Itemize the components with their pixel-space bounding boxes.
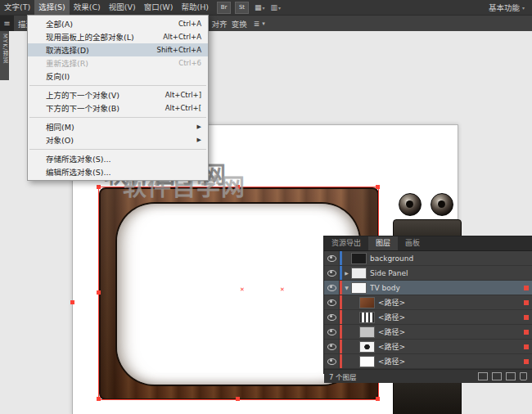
- menu-separator: [29, 149, 206, 150]
- layer-thumbnail: [351, 282, 367, 294]
- layer-thumbnail: [351, 253, 367, 264]
- eye-icon: [327, 314, 336, 321]
- layers-panel-footer: 7 个图层: [324, 369, 532, 383]
- menu-item-reselect: 重新选择(R) Ctrl+6: [28, 56, 208, 70]
- layer-row-path-2[interactable]: <路径>: [324, 310, 532, 325]
- menu-item-same[interactable]: 相同(M) ▶: [28, 120, 208, 133]
- menu-item-select-all[interactable]: 全部(A) Ctrl+A: [28, 17, 208, 30]
- path-thumbnail: [359, 326, 375, 338]
- visibility-toggle[interactable]: [324, 295, 340, 309]
- align-button[interactable]: 对齐: [212, 18, 228, 29]
- menu-separator: [29, 117, 206, 118]
- layer-row-path-3[interactable]: <路径>: [324, 325, 532, 340]
- menu-window[interactable]: 窗口(W): [140, 0, 178, 15]
- selection-indicator[interactable]: [520, 330, 532, 335]
- visibility-toggle[interactable]: [324, 266, 340, 280]
- workspace-switcher[interactable]: 基本功能: [489, 2, 520, 13]
- tab-asset-export[interactable]: 资源导出: [324, 236, 368, 250]
- selection-indicator[interactable]: [520, 286, 532, 290]
- selected-art-icon: [524, 330, 529, 335]
- layer-row-path-5[interactable]: <路径>: [324, 354, 532, 369]
- menu-select[interactable]: 选择(S): [34, 0, 69, 15]
- tv-knob-right[interactable]: [431, 193, 453, 216]
- anchor-point[interactable]: [70, 300, 74, 304]
- chevron-down-icon: ▾: [262, 20, 265, 27]
- layer-row-background[interactable]: background: [324, 251, 532, 266]
- document-tab[interactable]: MYK/预览: [0, 31, 9, 80]
- layer-row-side-panel[interactable]: ▶ Side Panel: [324, 266, 532, 281]
- visibility-toggle[interactable]: [324, 251, 340, 265]
- menu-effect[interactable]: 效果(C): [70, 0, 105, 15]
- layer-row-tv-body[interactable]: ▼ TV body: [324, 281, 532, 295]
- select-dropdown-menu: 全部(A) Ctrl+A 现用画板上的全部对象(L) Alt+Ctrl+A 取消…: [27, 15, 209, 181]
- menu-item-next-object-above[interactable]: 上方的下一个对象(V) Alt+Ctrl+]: [28, 88, 208, 101]
- anchor-point[interactable]: [376, 397, 380, 401]
- tab-layers[interactable]: 图层: [368, 236, 398, 250]
- layer-row-path-4[interactable]: <路径>: [324, 340, 532, 354]
- tab-artboards[interactable]: 画板: [398, 236, 427, 250]
- selected-art-icon: [524, 286, 529, 290]
- path-thumbnail: [359, 356, 375, 367]
- new-sublayer-icon[interactable]: [492, 372, 502, 380]
- delete-layer-icon[interactable]: [520, 372, 527, 380]
- anchor-point[interactable]: [97, 290, 101, 295]
- selection-indicator[interactable]: [520, 344, 532, 349]
- panel-toggle-icon[interactable]: ≡: [0, 16, 14, 31]
- menu-item-inverse[interactable]: 反向(I): [28, 70, 208, 83]
- stock-icon[interactable]: St: [235, 2, 249, 14]
- document-layout-icon[interactable]: ▥ ▾: [271, 3, 282, 11]
- menu-view[interactable]: 视图(V): [105, 0, 140, 15]
- selection-indicator[interactable]: [520, 300, 532, 305]
- anchor-point[interactable]: [97, 185, 101, 189]
- transform-button[interactable]: 变换: [232, 18, 247, 29]
- visibility-toggle[interactable]: [324, 281, 340, 295]
- make-mask-icon[interactable]: [478, 372, 488, 380]
- chevron-down-icon: ▾: [263, 5, 265, 11]
- selection-indicator[interactable]: [520, 315, 532, 320]
- eye-icon: [327, 285, 336, 291]
- menu-text[interactable]: 文字(T): [0, 0, 34, 15]
- menu-item-save-selection[interactable]: 存储所选对象(S)...: [28, 152, 208, 165]
- anchor-point[interactable]: [97, 397, 101, 401]
- selected-art-icon: [524, 315, 529, 320]
- chevron-down-icon: ▾: [522, 5, 525, 11]
- path-thumbnail: [359, 312, 375, 323]
- center-mark: ✕: [280, 287, 285, 293]
- menu-bar: 文字(T) 选择(S) 效果(C) 视图(V) 窗口(W) 帮助(H) Br S…: [0, 0, 532, 15]
- selected-art-icon: [524, 359, 529, 364]
- visibility-toggle[interactable]: [324, 325, 340, 339]
- submenu-arrow-icon: ▶: [197, 137, 201, 143]
- menu-item-next-object-below[interactable]: 下方的下一个对象(B) Alt+Ctrl+[: [28, 101, 208, 115]
- arrange-documents-icon[interactable]: ▦ ▾: [255, 3, 265, 11]
- layer-color-bar: [340, 295, 342, 309]
- layer-count: 7 个图层: [329, 371, 357, 381]
- visibility-toggle[interactable]: [324, 354, 340, 368]
- visibility-toggle[interactable]: [324, 340, 340, 353]
- expand-arrow-icon[interactable]: ▶: [342, 270, 351, 276]
- anchor-point[interactable]: [236, 397, 240, 401]
- layer-row-path-1[interactable]: <路径>: [324, 295, 532, 310]
- anchor-point[interactable]: [376, 185, 380, 189]
- selected-art-icon: [524, 344, 529, 349]
- menu-help[interactable]: 帮助(H): [177, 0, 213, 15]
- layer-color-bar: [340, 354, 342, 368]
- chevron-down-icon: ▾: [278, 5, 281, 11]
- eye-icon: [327, 270, 336, 277]
- layer-thumbnail: [351, 268, 367, 279]
- selection-indicator[interactable]: [520, 359, 532, 364]
- new-layer-icon[interactable]: [506, 372, 516, 380]
- bridge-icon[interactable]: Br: [217, 2, 231, 14]
- control-panel-menu-icon[interactable]: ≣ ▾: [251, 18, 268, 29]
- menu-item-deselect[interactable]: 取消选择(D) Shift+Ctrl+A: [28, 43, 208, 56]
- menu-item-object[interactable]: 对象(O) ▶: [28, 133, 208, 146]
- panel-tab-bar: 资源导出 图层 画板: [324, 236, 532, 251]
- illustrator-window: 文字(T) 选择(S) 效果(C) 视图(V) 窗口(W) 帮助(H) Br S…: [0, 0, 532, 414]
- layer-color-bar: [340, 310, 342, 324]
- eye-icon: [327, 255, 336, 262]
- menu-item-all-on-artboard[interactable]: 现用画板上的全部对象(L) Alt+Ctrl+A: [28, 30, 208, 43]
- menu-item-edit-selection[interactable]: 编辑所选对象(S)...: [28, 165, 208, 178]
- tv-knob-left[interactable]: [399, 193, 422, 216]
- expand-arrow-icon[interactable]: ▼: [342, 285, 351, 290]
- eye-icon: [327, 358, 336, 365]
- visibility-toggle[interactable]: [324, 310, 340, 324]
